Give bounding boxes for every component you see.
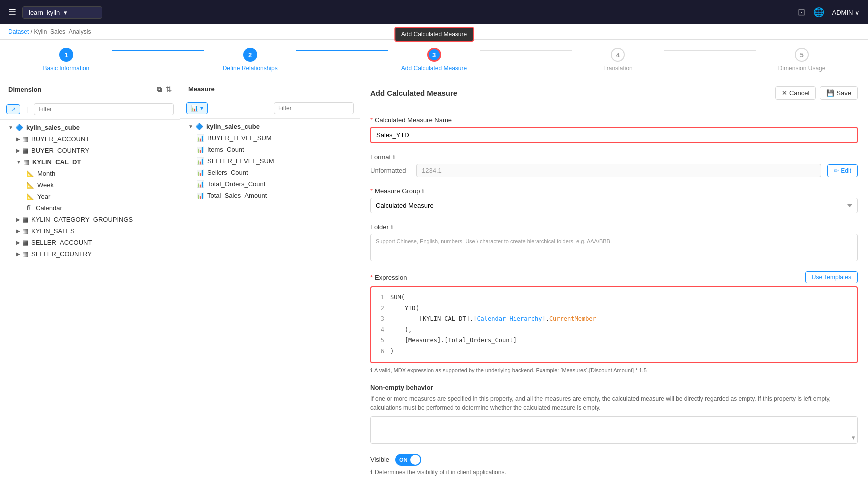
cancel-button[interactable]: ✕ Cancel <box>775 86 816 100</box>
use-templates-button[interactable]: Use Templates <box>805 271 858 283</box>
monitor-icon[interactable]: ⊡ <box>798 7 805 18</box>
list-item[interactable]: 📊 Total_Orders_Count <box>180 178 360 190</box>
table-icon: ▦ <box>22 239 28 246</box>
measure-chart-label: ▾ <box>200 105 203 112</box>
visible-row: Visible ON <box>370 454 858 466</box>
step-1[interactable]: 1 Basic Information <box>20 48 112 72</box>
step-3-circle: 3 <box>427 48 441 62</box>
list-item[interactable]: ▶ ▦ KYLIN_SALES <box>0 225 180 237</box>
step-5-label: Dimension Usage <box>778 65 826 72</box>
format-edit-button[interactable]: ✏ Edit <box>827 164 858 177</box>
edit-icon: ✏ <box>834 167 839 174</box>
expand-icon[interactable]: ▶ <box>16 148 20 153</box>
expand-icon[interactable]: ▼ <box>8 125 13 130</box>
format-info-icon[interactable]: ℹ <box>393 154 395 161</box>
non-empty-select-container: ▾ <box>370 416 858 444</box>
non-empty-dropdown-icon[interactable]: ▾ <box>852 434 855 441</box>
top-nav: ☰ learn_kylin ▾ ⊡ 🌐 ADMIN ∨ <box>0 0 868 24</box>
list-item[interactable]: ▶ ▦ BUYER_ACCOUNT <box>0 133 180 145</box>
bar-chart-icon: 📊 <box>196 134 204 142</box>
list-item[interactable]: ▼ 🔷 kylin_sales_cube <box>0 122 180 133</box>
step-5[interactable]: 5 Dimension Usage <box>756 48 848 72</box>
step-3-tooltip: Add Calculated Measure <box>394 27 474 42</box>
expand-icon[interactable]: ▶ <box>16 240 20 245</box>
list-item[interactable]: 📊 Items_Count <box>180 144 360 155</box>
table-icon: ▦ <box>22 147 28 154</box>
expression-section: Expression Use Templates 1 SUM( 2 YTD( 3 <box>370 271 858 374</box>
list-item[interactable]: 📐 Year <box>0 191 180 202</box>
measure-group-select[interactable]: Calculated Measure <box>370 198 858 213</box>
list-item[interactable]: 📐 Week <box>0 179 180 191</box>
list-item[interactable]: ▶ ▦ BUYER_COUNTRY <box>0 145 180 156</box>
list-item[interactable]: 📊 Sellers_Count <box>180 167 360 178</box>
connector-3-4 <box>480 50 572 51</box>
list-item[interactable]: 📊 Total_Sales_Amount <box>180 190 360 201</box>
step-4-num: 4 <box>616 51 620 59</box>
step-3-container: Add Calculated Measure 3 Add Calculated … <box>388 48 480 72</box>
list-item[interactable]: ▶ ▦ SELLER_COUNTRY <box>0 248 180 260</box>
step-5-num: 5 <box>800 51 803 59</box>
folder-input[interactable] <box>376 247 852 254</box>
measure-chart-button[interactable]: 📊 ▾ <box>186 102 208 114</box>
calc-measure-name-label: Calculated Measure Name <box>370 116 858 124</box>
step-3[interactable]: 3 Add Calculated Measure <box>388 48 480 72</box>
tree-node-label: kylin_sales_cube <box>26 124 80 131</box>
expand-icon[interactable]: ▶ <box>16 228 20 234</box>
list-item[interactable]: ▶ ▦ SELLER_ACCOUNT <box>0 237 180 248</box>
code-line-6: 6 ) <box>376 346 852 357</box>
nav-right: ⊡ 🌐 ADMIN ∨ <box>798 7 860 18</box>
close-icon: ✕ <box>782 89 787 97</box>
list-item[interactable]: ▶ ▦ KYLIN_CATEGORY_GROUPINGS <box>0 214 180 225</box>
list-item[interactable]: ▼ ▦ KYLIN_CAL_DT <box>0 156 180 168</box>
tree-node-label: BUYER_COUNTRY <box>31 147 89 154</box>
step-5-circle: 5 <box>795 48 809 62</box>
tree-node-label: SELLER_ACCOUNT <box>31 239 92 246</box>
folder-info-icon[interactable]: ℹ <box>391 224 393 231</box>
project-selector[interactable]: learn_kylin ▾ <box>22 6 102 19</box>
expression-header: Expression Use Templates <box>370 271 858 283</box>
expression-editor[interactable]: 1 SUM( 2 YTD( 3 [KYLIN_CAL_DT].[Calendar… <box>370 286 858 363</box>
dimension-settings-icon[interactable]: ⇅ <box>166 85 172 94</box>
folder-hint: Support Chinese, English, numbers. Use \… <box>376 238 612 244</box>
measure-search-input[interactable] <box>274 102 354 114</box>
tree-node-label: BUYER_LEVEL_SUM <box>207 134 272 142</box>
form-header: Add Calculated Measure ✕ Cancel 💾 Save <box>360 80 868 106</box>
list-item[interactable]: ▼ 🔷 kylin_sales_cube <box>180 121 360 132</box>
breadcrumb-dataset[interactable]: Dataset <box>8 28 29 35</box>
table-icon: ▦ <box>22 250 28 258</box>
measure-icon: 📐 <box>26 170 34 177</box>
connector-2-3 <box>296 50 388 51</box>
list-item[interactable]: 🗓 Calendar <box>0 202 180 214</box>
globe-icon[interactable]: 🌐 <box>813 7 824 18</box>
step-4[interactable]: 4 Translation <box>572 48 664 72</box>
calc-measure-name-input[interactable] <box>370 127 858 143</box>
breadcrumb-current: Kylin_Sales_Analysis <box>34 28 91 35</box>
tree-node-label: Sellers_Count <box>207 169 248 176</box>
step-2[interactable]: 2 Define Relationships <box>204 48 296 72</box>
visible-toggle[interactable]: ON <box>395 454 421 466</box>
folder-input-container: Support Chinese, English, numbers. Use \… <box>370 234 858 261</box>
expand-icon[interactable]: ▼ <box>188 124 193 129</box>
list-item[interactable]: 📊 BUYER_LEVEL_SUM <box>180 132 360 144</box>
measure-group-info-icon[interactable]: ℹ <box>422 188 424 195</box>
dimension-search-input[interactable] <box>34 103 174 115</box>
tree-node-label: Year <box>37 193 50 200</box>
dimension-view-toggle[interactable]: ↗ <box>6 104 20 114</box>
table-icon: ▦ <box>22 216 28 223</box>
dimension-tree: ▼ 🔷 kylin_sales_cube ▶ ▦ BUYER_ACCOUNT ▶… <box>0 120 180 489</box>
expand-icon[interactable]: ▶ <box>16 251 20 257</box>
expand-icon[interactable]: ▶ <box>16 217 20 222</box>
expand-icon[interactable]: ▼ <box>16 159 21 165</box>
expression-hint-text: A valid, MDX expression as supported by … <box>374 367 647 373</box>
list-item[interactable]: 📊 SELLER_LEVEL_SUM <box>180 155 360 167</box>
list-item[interactable]: 📐 Month <box>0 168 180 179</box>
hamburger-icon[interactable]: ☰ <box>8 7 16 18</box>
dimension-copy-icon[interactable]: ⧉ <box>157 85 162 94</box>
form-title: Add Calculated Measure <box>370 89 457 97</box>
connector-1-2 <box>112 50 204 51</box>
expand-icon[interactable]: ▶ <box>16 136 20 142</box>
save-button[interactable]: 💾 Save <box>820 86 858 100</box>
admin-button[interactable]: ADMIN ∨ <box>832 9 860 16</box>
step-4-circle: 4 <box>611 48 625 62</box>
tree-node-label: SELLER_LEVEL_SUM <box>207 157 274 165</box>
